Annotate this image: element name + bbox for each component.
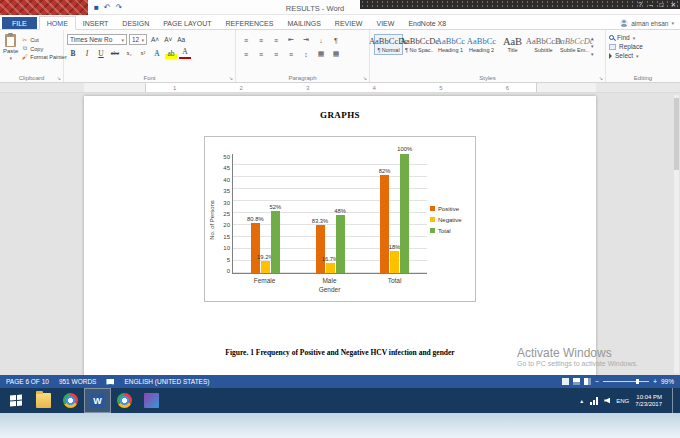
help-button[interactable]: ?	[638, 1, 642, 9]
pilcrow-icon[interactable]: ¶	[329, 34, 343, 46]
font-sup-button[interactable]: x²	[137, 47, 149, 59]
close-button[interactable]: ✕	[671, 1, 676, 9]
select-button[interactable]: Select ▾	[609, 52, 677, 59]
zoom-slider-thumb[interactable]	[636, 379, 639, 384]
change-case-button[interactable]: Aa	[175, 36, 187, 43]
line-spacing-icon[interactable]: ↕	[299, 48, 313, 60]
vertical-scrollbar[interactable]	[674, 95, 679, 373]
bullets-icon[interactable]: ≡	[239, 34, 253, 46]
zoom-in-button[interactable]: +	[653, 378, 657, 385]
font-hl-button[interactable]: ab	[165, 47, 177, 59]
zoom-out-button[interactable]: −	[595, 378, 599, 385]
save-icon[interactable]: ■	[94, 4, 99, 12]
shading-icon[interactable]: ▦	[314, 48, 328, 60]
font-family-combo[interactable]: Times New Ro ▾	[67, 34, 127, 45]
speaker-icon[interactable]	[604, 398, 610, 404]
clipboard-dialog-launcher[interactable]: ↘	[57, 75, 61, 81]
paste-button[interactable]: Paste ▾	[3, 32, 18, 72]
replace-label: Replace	[619, 43, 643, 50]
font-size-combo[interactable]: 12 ▾	[129, 34, 147, 45]
font-dialog-launcher[interactable]: ↘	[229, 75, 233, 81]
style-heading-2[interactable]: AaBbCcHeading 2	[467, 34, 496, 55]
font-strike-button[interactable]: abc	[109, 47, 121, 59]
borders-icon[interactable]: ▦	[329, 48, 343, 60]
maximize-button[interactable]: □	[660, 1, 664, 9]
find-button[interactable]: Find ▾	[609, 34, 677, 41]
grow-font-button[interactable]: A˄	[149, 36, 161, 43]
undo-icon[interactable]: ↶	[104, 4, 111, 12]
style-heading-1[interactable]: AaBbCcHeading 1	[436, 34, 465, 55]
style-subtle-em-[interactable]: AaBbCcDcSubtle Em...	[560, 34, 589, 55]
font-b-button[interactable]: B	[67, 47, 79, 59]
account-menu[interactable]: aiman ehsan ▾	[620, 19, 674, 27]
read-mode-button[interactable]	[562, 378, 569, 385]
style-subtitle[interactable]: AaBbCcDSubtitle	[529, 34, 558, 55]
zoom-level[interactable]: 99%	[661, 378, 674, 385]
tab-view[interactable]: VIEW	[369, 17, 401, 29]
clipboard-group-label: Clipboard	[0, 75, 63, 81]
horizontal-ruler[interactable]: 123456	[0, 83, 680, 93]
sort-icon[interactable]: ↓	[314, 34, 328, 46]
align-left-icon[interactable]: ≡	[239, 48, 253, 60]
tab-design[interactable]: DESIGN	[115, 17, 156, 29]
language-indicator[interactable]: ENGLISH (UNITED STATES)	[124, 378, 209, 385]
format-painter-button[interactable]: 🖌 Format Painter	[21, 54, 66, 60]
scrollbar-thumb[interactable]	[674, 98, 679, 170]
proofing-icon[interactable]	[106, 379, 114, 385]
tray-expand-icon[interactable]: ▲	[579, 398, 584, 404]
copy-button[interactable]: ⧉ Copy	[21, 45, 66, 52]
style--normal[interactable]: AaBbCcDc¶ Normal	[374, 34, 403, 55]
style--no-spac-[interactable]: AaBbCcDc¶ No Spac...	[405, 34, 434, 55]
print-layout-button[interactable]	[573, 378, 580, 385]
ruler-number: 6	[506, 85, 509, 91]
align-right-icon[interactable]: ≡	[269, 48, 283, 60]
window-controls: ?–□✕	[638, 1, 676, 9]
paragraph-dialog-launcher[interactable]: ↘	[363, 75, 367, 81]
minimize-button[interactable]: –	[649, 1, 653, 9]
numbering-icon[interactable]: ≡	[254, 34, 268, 46]
font-i-button[interactable]: I	[81, 47, 93, 59]
font-u-button[interactable]: U	[95, 47, 107, 59]
styles-gallery-arrows[interactable]: ▴ ▾ ▾	[590, 32, 595, 60]
tab-file[interactable]: FILE	[2, 17, 37, 29]
justify-icon[interactable]: ≡	[284, 48, 298, 60]
taskbar-app[interactable]	[138, 388, 165, 413]
indent-icon[interactable]: ⇥	[299, 34, 313, 46]
taskbar-chrome-2[interactable]	[111, 388, 138, 413]
show-desktop-button[interactable]	[672, 388, 676, 413]
zoom-slider[interactable]	[603, 381, 649, 382]
tab-mailings[interactable]: MAILINGS	[280, 17, 327, 29]
font-fc-button[interactable]: A	[179, 47, 191, 59]
network-icon[interactable]	[590, 397, 598, 405]
style-title[interactable]: AaBTitle	[498, 34, 527, 55]
taskbar-chrome[interactable]	[57, 388, 84, 413]
taskbar-word[interactable]: W	[84, 388, 111, 413]
word-count[interactable]: 951 WORDS	[59, 378, 97, 385]
taskbar-file-explorer[interactable]	[30, 388, 57, 413]
language-switcher[interactable]: ENG	[616, 398, 629, 404]
start-button[interactable]	[2, 388, 30, 413]
bar-chart[interactable]: No. of Persons 50454035302520151050 80.8…	[204, 136, 476, 302]
page-indicator[interactable]: PAGE 6 OF 10	[6, 378, 49, 385]
redo-icon[interactable]: ↷	[116, 4, 123, 12]
styles-dialog-launcher[interactable]: ↘	[599, 75, 603, 81]
cut-button[interactable]: ✂ Cut	[21, 36, 66, 43]
document-page[interactable]: GRAPHS No. of Persons 504540353025201510…	[84, 96, 596, 375]
tab-endnote-x8[interactable]: EndNote X8	[401, 17, 453, 29]
shrink-font-button[interactable]: A˅	[162, 36, 174, 43]
tab-home[interactable]: HOME	[39, 16, 76, 30]
font-sub-button[interactable]: x₂	[123, 47, 135, 59]
multilevel-icon[interactable]: ≡	[269, 34, 283, 46]
select-label: Select	[615, 52, 633, 59]
outdent-icon[interactable]: ⇤	[284, 34, 298, 46]
tab-review[interactable]: REVIEW	[328, 17, 370, 29]
tab-insert[interactable]: INSERT	[76, 17, 116, 29]
replace-button[interactable]: Replace	[609, 43, 677, 50]
font-fx-button[interactable]: A	[151, 47, 163, 59]
web-layout-button[interactable]	[584, 378, 591, 385]
taskbar-clock[interactable]: 10:04 PM 7/23/2017	[635, 394, 662, 408]
tab-page-layout[interactable]: PAGE LAYOUT	[156, 17, 218, 29]
taskbar-apps: W	[30, 388, 165, 413]
tab-references[interactable]: REFERENCES	[219, 17, 281, 29]
align-center-icon[interactable]: ≡	[254, 48, 268, 60]
